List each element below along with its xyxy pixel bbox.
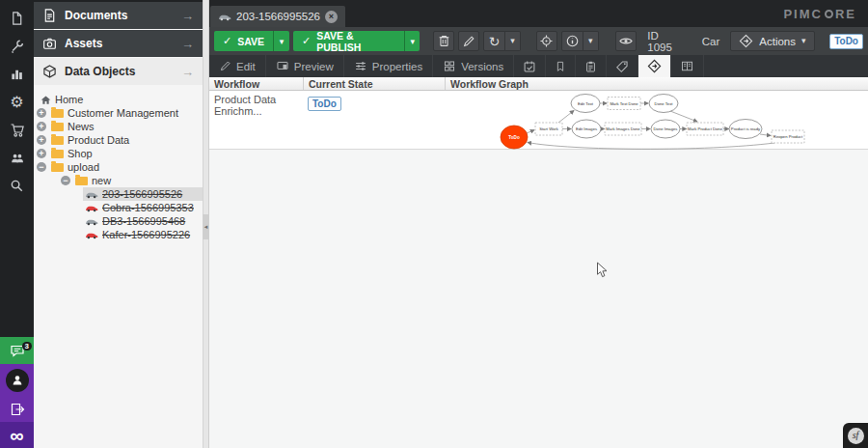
tree-item-product-data[interactable]: +Product Data xyxy=(34,133,203,147)
tab-schedule[interactable] xyxy=(514,55,546,77)
collapse-icon[interactable]: − xyxy=(37,162,46,172)
settings-rail-button[interactable]: ⚙ xyxy=(0,88,34,116)
expand-icon[interactable]: + xyxy=(37,135,46,145)
avatar xyxy=(6,369,29,392)
open-preview-button[interactable] xyxy=(615,31,637,51)
tab-bookmark[interactable] xyxy=(546,55,576,77)
section-label: Data Objects xyxy=(65,65,135,78)
workflow-node-label: Reopen Product xyxy=(773,134,803,139)
reports-rail-button[interactable] xyxy=(0,60,34,88)
tree-item-shop[interactable]: +Shop xyxy=(34,147,203,160)
eye-icon xyxy=(618,34,634,48)
tab-versions[interactable]: Versions xyxy=(433,55,514,77)
save-publish-dropdown-caret[interactable]: ▾ xyxy=(404,31,420,51)
tab-preview[interactable]: Preview xyxy=(266,55,344,77)
cube-icon xyxy=(42,64,57,79)
object-tab[interactable]: 203-1566995526 × xyxy=(210,6,345,27)
column-header-workflow[interactable]: Workflow xyxy=(209,77,304,90)
tab-properties[interactable]: Properties xyxy=(344,55,433,77)
close-icon[interactable]: × xyxy=(325,11,338,23)
tree-item-label: 203-1566995526 xyxy=(102,188,182,200)
workflow-node-done-text: Done Text xyxy=(649,95,678,113)
collapse-panel-handle[interactable]: ◄ xyxy=(203,214,209,239)
tree-item-customer-management[interactable]: +Customer Management xyxy=(34,106,203,120)
notifications-button[interactable]: 3 xyxy=(0,337,34,364)
workflow-node-label: Done Images xyxy=(654,126,678,131)
arrow-right-icon: → xyxy=(181,65,194,79)
workflow-node-label: ToDo xyxy=(508,135,520,140)
reload-button[interactable]: ↻ xyxy=(483,31,505,51)
workflow-node-label: Mark Product Done xyxy=(688,126,723,131)
accordion-section-documents[interactable]: Documents → xyxy=(34,2,203,29)
workflow-grid-row[interactable]: Product Data Enrichm... ToDo ToDoStart W… xyxy=(209,91,868,150)
tree-item-news[interactable]: +News xyxy=(34,120,203,133)
tab-edit[interactable]: Edit xyxy=(209,55,266,77)
main-area: 203-1566995526 × PIMCRE ✓SAVE ▾ ✓SAVE & … xyxy=(209,0,868,448)
save-button[interactable]: ✓SAVE ▾ xyxy=(214,31,289,51)
reload-dropdown-caret[interactable]: ▾ xyxy=(505,31,521,51)
users-rail-button[interactable] xyxy=(0,144,34,172)
object-subtabs: Edit Preview Properties Versions xyxy=(209,55,868,77)
chevron-down-icon: ▾ xyxy=(588,37,593,45)
expand-icon[interactable]: + xyxy=(37,149,46,158)
profiler-toggle-button[interactable]: sf xyxy=(843,423,868,448)
tree-item-label: Home xyxy=(55,94,83,105)
tree-item-db3-1566995468[interactable]: DB3-1566995468 xyxy=(34,214,203,228)
tree-item-label: News xyxy=(68,121,95,132)
actions-button[interactable]: Actions ▾ xyxy=(730,31,814,51)
tree-item-cobra-1566995353[interactable]: Cobra-1566995353 xyxy=(34,201,203,214)
tree-item-home[interactable]: Home xyxy=(34,93,203,106)
tab-notes-events[interactable] xyxy=(576,55,607,77)
versions-grid-icon xyxy=(443,60,456,72)
workflow-node-start-work: Start Work xyxy=(535,123,562,135)
logout-button[interactable] xyxy=(0,397,34,422)
info-dropdown-caret[interactable]: ▾ xyxy=(583,31,599,51)
tree-item-new[interactable]: −new xyxy=(34,174,203,187)
search-icon xyxy=(10,179,24,193)
workflow-diamond-icon xyxy=(739,34,753,48)
workflow-edge-reopen-product-to-todo xyxy=(528,143,774,150)
workflow-node-reopen-product: Reopen Product xyxy=(772,130,804,143)
tools-rail-button[interactable] xyxy=(0,32,34,60)
section-label: Documents xyxy=(65,9,127,22)
tree-item-203-1566995526[interactable]: 203-1566995526 xyxy=(34,187,203,201)
folder-icon xyxy=(51,109,64,118)
tree-item-label: Kafer-1566995226 xyxy=(102,229,190,240)
tree-item-label: Product Data xyxy=(68,134,129,146)
state-badge: ToDo xyxy=(308,97,341,111)
refresh-icon: ↻ xyxy=(489,35,501,48)
icon-rail: ⚙ 3 ∞ xyxy=(0,0,34,448)
expand-icon[interactable]: + xyxy=(37,108,46,118)
workflow-diamond-icon xyxy=(647,59,662,73)
workflow-edge-start-work-to-edit-text xyxy=(558,111,574,124)
tab-dependencies[interactable] xyxy=(671,55,704,77)
delete-button[interactable] xyxy=(433,31,454,51)
info-icon xyxy=(565,34,580,48)
workflow-state-badge: ToDo xyxy=(829,34,863,49)
tab-label: Properties xyxy=(372,61,422,72)
locate-in-tree-button[interactable] xyxy=(536,31,557,51)
column-header-workflow-graph[interactable]: Workflow Graph xyxy=(446,77,868,90)
save-publish-button[interactable]: ✓SAVE & PUBLISH ▾ xyxy=(293,31,420,51)
tree-item-label: new xyxy=(92,175,111,186)
collapse-icon[interactable]: − xyxy=(61,176,70,185)
info-button[interactable] xyxy=(561,31,583,51)
tab-workflow[interactable] xyxy=(638,55,671,77)
search-rail-button[interactable] xyxy=(0,172,34,200)
expand-icon[interactable]: + xyxy=(37,122,46,131)
pimcore-infinity-logo[interactable]: ∞ xyxy=(0,422,34,448)
accordion-section-assets[interactable]: Assets → xyxy=(34,30,203,57)
documents-rail-button[interactable] xyxy=(0,4,34,32)
rename-button[interactable] xyxy=(458,31,479,51)
tree-item-kafer-1566995226[interactable]: Kafer-1566995226 xyxy=(34,228,203,241)
tree-item-upload[interactable]: −upload xyxy=(34,160,203,174)
column-header-current-state[interactable]: Current State xyxy=(304,77,446,90)
ecommerce-rail-button[interactable] xyxy=(0,116,34,144)
workflow-edge-product-is-ready-to-reopen-product xyxy=(760,134,771,136)
section-label: Assets xyxy=(65,37,102,50)
save-dropdown-caret[interactable]: ▾ xyxy=(273,31,289,51)
current-user-button[interactable] xyxy=(0,364,34,397)
bar-chart-icon xyxy=(10,67,24,81)
accordion-section-data-objects[interactable]: Data Objects → xyxy=(34,58,203,85)
tab-tags[interactable] xyxy=(607,55,638,77)
